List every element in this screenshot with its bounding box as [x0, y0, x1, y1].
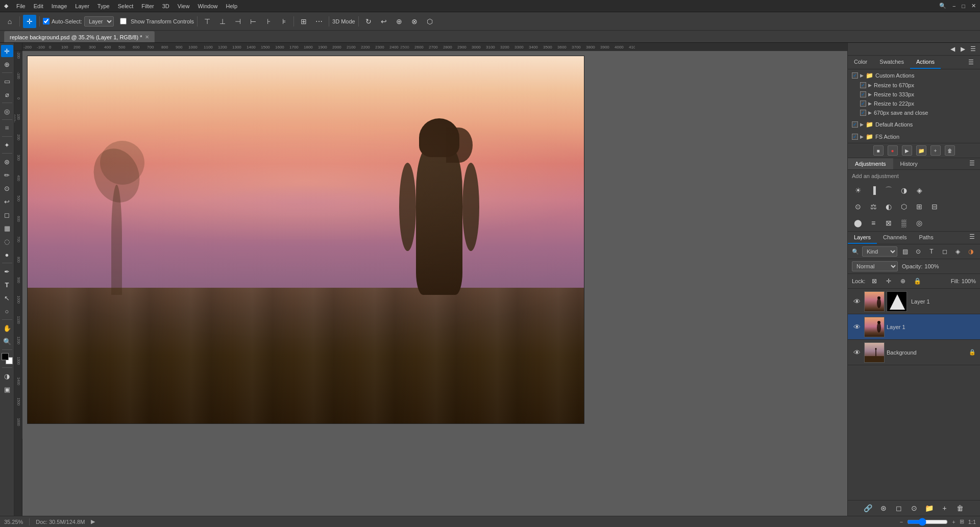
- layer-new-btn[interactable]: +: [939, 503, 950, 514]
- adj-channelmixer-btn[interactable]: ⊞: [913, 200, 925, 213]
- menu-window[interactable]: Window: [198, 3, 217, 9]
- adj-gradient-map-btn[interactable]: ▒: [898, 217, 910, 229]
- action-item-resize222[interactable]: ▶ Resize to 222px: [848, 99, 980, 108]
- adj-photofilter-btn[interactable]: ⬡: [898, 200, 910, 213]
- new-action-btn[interactable]: +: [930, 145, 941, 156]
- adj-threshold-btn[interactable]: ⊠: [883, 217, 895, 229]
- filter-pixel-btn[interactable]: ▨: [900, 246, 911, 257]
- history-tab[interactable]: History: [893, 158, 925, 169]
- window-minimize[interactable]: −: [952, 3, 955, 9]
- path-select-tool[interactable]: ↖: [1, 292, 13, 304]
- panel-collapse-btn[interactable]: ◀: [947, 44, 958, 54]
- adj-hsl-btn[interactable]: ⊙: [852, 200, 864, 213]
- align-bottom[interactable]: ⊣: [231, 15, 244, 28]
- layers-panel-menu[interactable]: ☰: [967, 232, 977, 242]
- menu-image[interactable]: Image: [52, 3, 67, 9]
- filter-toggle-btn[interactable]: ◑: [966, 246, 976, 257]
- layer-1-visibility[interactable]: 👁: [852, 322, 862, 332]
- adj-curves-btn[interactable]: ⌒: [883, 184, 895, 196]
- ps-logo[interactable]: ◆: [4, 3, 8, 9]
- filter-type-btn[interactable]: T: [926, 246, 937, 257]
- window-close[interactable]: ✕: [971, 3, 976, 9]
- adj-panel-menu[interactable]: ☰: [967, 158, 977, 168]
- blur-tool[interactable]: ◌: [1, 235, 13, 247]
- layer-item-1[interactable]: 👁: [848, 314, 980, 340]
- action-item-resize333[interactable]: ▶ Resize to 333px: [848, 90, 980, 99]
- align-right[interactable]: ⊧: [277, 15, 290, 28]
- color-tab[interactable]: Color: [848, 56, 873, 69]
- marquee-tool[interactable]: ▭: [1, 75, 13, 87]
- panel-menu-btn[interactable]: ☰: [968, 44, 978, 54]
- auto-select-type[interactable]: Layer: [84, 16, 114, 27]
- extras-btn[interactable]: ⊗: [408, 15, 421, 28]
- layers-kind-select[interactable]: Kind: [862, 246, 897, 257]
- top-panel-menu[interactable]: ☰: [966, 57, 976, 67]
- fg-color-swatch[interactable]: [2, 353, 9, 360]
- adj-levels-btn[interactable]: ▐: [867, 184, 879, 196]
- eraser-tool[interactable]: ◻: [1, 209, 13, 221]
- align-top[interactable]: ⊤: [201, 15, 214, 28]
- statusbar-zoom-out[interactable]: −: [900, 519, 903, 525]
- layers-tab[interactable]: Layers: [848, 232, 877, 244]
- screen-mode-btn[interactable]: ▣: [1, 383, 13, 395]
- layer-delete-btn[interactable]: 🗑: [954, 503, 966, 514]
- snap-btn[interactable]: ⊕: [393, 15, 406, 28]
- lock-position-btn[interactable]: ✛: [884, 276, 894, 286]
- default-actions-checkbox[interactable]: [852, 121, 858, 128]
- opacity-value[interactable]: 100%: [924, 263, 942, 269]
- type-tool[interactable]: T: [1, 279, 13, 291]
- statusbar-fit[interactable]: ⊞: [960, 518, 964, 525]
- eyedropper-tool[interactable]: ✦: [1, 139, 13, 151]
- distribute-btn[interactable]: ⊞: [297, 15, 310, 28]
- adj-invert-btn[interactable]: ⬤: [852, 217, 864, 229]
- actions-tab[interactable]: Actions: [910, 56, 941, 69]
- document-tab[interactable]: replace background.psd @ 35.2% (Layer 1,…: [4, 31, 155, 42]
- zoom-tool[interactable]: 🔍: [1, 335, 13, 347]
- crop-tool[interactable]: ⌗: [1, 122, 13, 134]
- adjustments-tab[interactable]: Adjustments: [848, 158, 893, 169]
- menu-layer[interactable]: Layer: [75, 3, 89, 9]
- show-transform-checkbox[interactable]: [120, 18, 127, 24]
- action-item-resize670[interactable]: ▶ Resize to 670px: [848, 81, 980, 90]
- channels-tab[interactable]: Channels: [877, 232, 913, 244]
- custom-actions-checkbox[interactable]: [852, 72, 858, 79]
- adj-vibrance-btn[interactable]: ◈: [913, 184, 925, 196]
- resize670-checkbox[interactable]: [860, 82, 866, 88]
- new-action-set-btn[interactable]: 📁: [916, 145, 926, 156]
- heal-tool[interactable]: ⊛: [1, 156, 13, 168]
- adj-exposure-btn[interactable]: ◑: [898, 184, 910, 196]
- clone-tool[interactable]: ⊙: [1, 182, 13, 194]
- filter-shape-btn[interactable]: ◻: [940, 246, 950, 257]
- quick-mask-btn[interactable]: ◑: [1, 370, 13, 382]
- menu-select[interactable]: Select: [118, 3, 134, 9]
- delete-action-btn[interactable]: 🗑: [945, 145, 955, 156]
- shape-tool[interactable]: ○: [1, 305, 13, 317]
- adj-posterize-btn[interactable]: ≡: [867, 217, 879, 229]
- play-action-btn[interactable]: ▶: [902, 145, 912, 156]
- menu-3d[interactable]: 3D: [162, 3, 169, 9]
- adj-bw-btn[interactable]: ◐: [883, 200, 895, 213]
- proof-btn[interactable]: ⬡: [423, 15, 436, 28]
- menu-view[interactable]: View: [178, 3, 190, 9]
- menu-file[interactable]: File: [16, 3, 26, 9]
- panel-expand-btn[interactable]: ▶: [958, 44, 968, 54]
- fill-value[interactable]: 100%: [962, 278, 976, 284]
- align-horiz-center[interactable]: ⊦: [262, 15, 275, 28]
- home-btn[interactable]: ⌂: [3, 15, 16, 28]
- move-tool-btn[interactable]: ✛: [23, 15, 36, 28]
- paths-tab[interactable]: Paths: [913, 232, 940, 244]
- action-group-default-header[interactable]: ▶ 📁 Default Actions: [848, 119, 980, 130]
- layer-add-effect-btn[interactable]: ⊛: [878, 503, 889, 514]
- adj-selective-color-btn[interactable]: ◎: [913, 217, 925, 229]
- dodge-tool[interactable]: ●: [1, 248, 13, 261]
- bg-visibility[interactable]: 👁: [852, 347, 862, 358]
- brush-tool[interactable]: ✏: [1, 169, 13, 181]
- layer-adj-btn[interactable]: ⊙: [909, 503, 920, 514]
- window-maximize[interactable]: □: [962, 3, 965, 9]
- layer-item-bg[interactable]: 👁: [848, 340, 980, 365]
- artboard-tool[interactable]: ⊕: [1, 58, 13, 70]
- quick-select-tool[interactable]: ◎: [1, 105, 13, 117]
- lock-pixels-btn[interactable]: ⊠: [869, 276, 879, 286]
- filter-adj-btn[interactable]: ⊙: [914, 246, 924, 257]
- adj-colorbalance-btn[interactable]: ⚖: [867, 200, 879, 213]
